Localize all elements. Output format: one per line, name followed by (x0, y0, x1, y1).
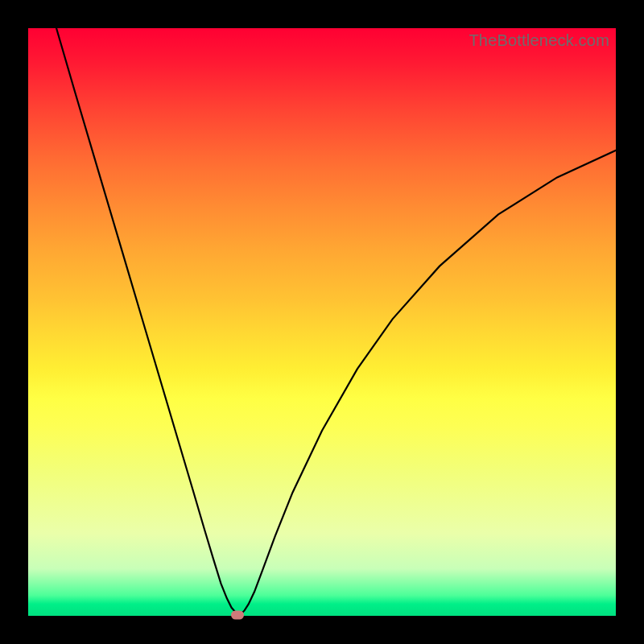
bottleneck-curve (56, 28, 616, 614)
chart-frame: TheBottleneck.com (0, 0, 644, 644)
plot-area: TheBottleneck.com (28, 28, 616, 616)
min-marker (231, 610, 244, 619)
curve-svg (28, 28, 616, 616)
